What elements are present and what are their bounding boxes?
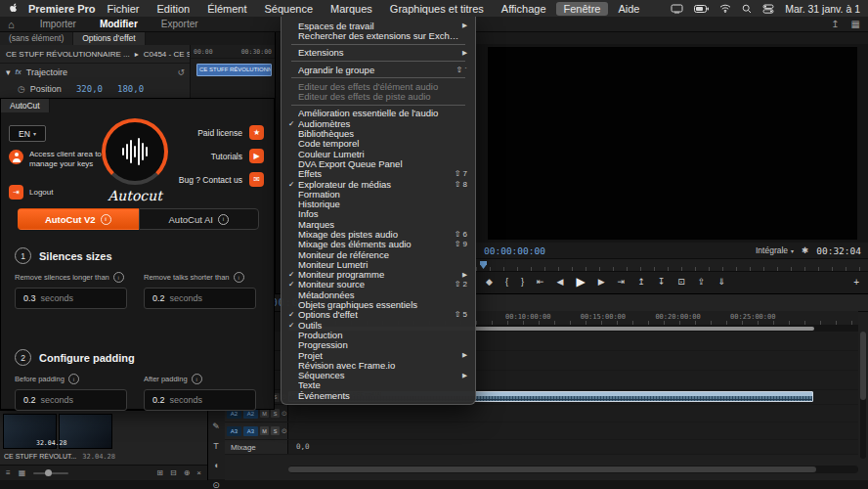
- timeline-hscrollbar[interactable]: [288, 466, 858, 473]
- overwrite-icon[interactable]: ⇓: [717, 277, 725, 287]
- menubar-menu-marques[interactable]: Marques: [323, 2, 380, 16]
- info-icon[interactable]: i: [101, 214, 111, 225]
- search-bin-icon[interactable]: ⊟: [170, 468, 177, 477]
- window-menu-item-historique[interactable]: Historique: [282, 199, 475, 208]
- window-menu-item-am-lioration-essentielle-de-l-audio[interactable]: Amélioration essentielle de l'audio: [282, 109, 475, 118]
- info-icon[interactable]: i: [234, 272, 244, 283]
- reset-effect-icon[interactable]: ↺: [177, 67, 185, 77]
- track-lane[interactable]: 0,0: [288, 440, 858, 454]
- apple-menu-icon[interactable]: [8, 1, 19, 16]
- monitor-current-timecode[interactable]: 00:00:00:00: [484, 245, 545, 256]
- window-menu-item-mixage-des-l-ments-audio[interactable]: Mixage des éléments audio⇧ 9: [282, 240, 475, 249]
- window-menu-item-moniteur-programme[interactable]: ✓Moniteur programme▶: [282, 270, 475, 280]
- mute-button[interactable]: M: [260, 426, 269, 435]
- info-icon[interactable]: i: [192, 374, 202, 384]
- info-icon[interactable]: i: [68, 374, 79, 384]
- window-menu-item-options-d-effet[interactable]: ✓Options d'effet⇧ 5: [282, 310, 475, 320]
- monitor-playhead[interactable]: [480, 261, 487, 269]
- menubar-menu-aide[interactable]: Aide: [610, 2, 647, 16]
- window-menu-item-couleur-lumetri[interactable]: Couleur Lumetri: [282, 149, 475, 158]
- window-menu-item-moniteur-source[interactable]: ✓Moniteur source⇧ 2: [282, 280, 475, 289]
- window-menu-item-v-nements[interactable]: Événements: [282, 390, 475, 400]
- screen-mirroring-icon[interactable]: [671, 4, 683, 14]
- tab-autocut[interactable]: AutoCut: [1, 99, 50, 112]
- button-editor-icon[interactable]: +: [853, 277, 859, 288]
- window-menu-item-agrandir-le-groupe[interactable]: Agrandir le groupe⇧ `: [282, 65, 475, 74]
- field-input[interactable]: 0.3seconds: [15, 288, 127, 309]
- field-input[interactable]: 0.2seconds: [15, 389, 127, 411]
- track-header[interactable]: A3A3MS⊙: [225, 422, 288, 439]
- project-clip-name[interactable]: CE STUFF RÉVOLUT...: [4, 453, 76, 461]
- home-icon[interactable]: ⌂: [8, 19, 15, 30]
- quick-export-icon[interactable]: ↥: [831, 19, 839, 29]
- add-marker-icon[interactable]: ◆: [486, 277, 493, 287]
- play-icon[interactable]: ▶: [576, 275, 585, 289]
- window-menu-item-outils[interactable]: ✓Outils: [282, 320, 475, 330]
- extract-icon[interactable]: ↧: [658, 277, 666, 287]
- window-menu-item-r-vision-avec-frame-io[interactable]: Révision avec Frame.io: [282, 360, 475, 370]
- workspace-layout-icon[interactable]: ▦: [851, 19, 860, 29]
- tab-no-clip[interactable]: (sans élément): [0, 31, 73, 45]
- window-menu-item-espaces-de-travail[interactable]: Espaces de travail▶: [282, 21, 475, 30]
- monitor-settings-icon[interactable]: ✱: [802, 245, 808, 255]
- menubar-menu-s-quence[interactable]: Séquence: [257, 2, 322, 16]
- window-menu-item-moniteur-de-r-f-rence[interactable]: Moniteur de référence: [282, 249, 475, 259]
- track-header[interactable]: Mixage: [225, 440, 288, 454]
- position-x-value[interactable]: 320,0: [76, 84, 103, 94]
- window-menu-item-projet[interactable]: Projet▶: [282, 350, 475, 360]
- new-bin-icon[interactable]: ⊞: [156, 468, 163, 477]
- hand-tool[interactable]: ◖: [213, 461, 218, 470]
- workspace-tab-modifier[interactable]: Modifier: [100, 19, 138, 29]
- mark-out-icon[interactable]: }: [521, 277, 524, 287]
- hscroll-handle[interactable]: [288, 467, 816, 472]
- window-menu-item-infos[interactable]: Infos: [282, 209, 475, 219]
- menubar-clock[interactable]: Mar. 31 janv. à 1: [785, 3, 860, 15]
- zoom-tool[interactable]: ⊙: [212, 480, 220, 489]
- spotlight-search-icon[interactable]: [742, 4, 752, 14]
- window-menu-item-explorateur-de-m-dias[interactable]: ✓Explorateur de médias⇧ 8: [282, 179, 475, 189]
- battery-icon[interactable]: [694, 5, 709, 13]
- info-icon[interactable]: i: [218, 214, 229, 225]
- window-menu-item-editeur-des-effets-de-piste-audio[interactable]: Editeur des effets de piste audio: [282, 91, 475, 101]
- go-to-in-icon[interactable]: ⇤: [537, 277, 544, 287]
- language-select[interactable]: EN ▾: [9, 125, 46, 142]
- field-input[interactable]: 0.2seconds: [144, 389, 256, 411]
- window-menu-item-texte[interactable]: Texte: [282, 380, 475, 390]
- field-input[interactable]: 0.2seconds: [144, 288, 256, 309]
- autocut-tab-autocut-ai[interactable]: AutoCut AIi: [139, 208, 260, 230]
- timeline-vscrollbar[interactable]: [860, 332, 866, 459]
- step-forward-icon[interactable]: ▶: [598, 277, 605, 287]
- menubar-menu-fen-tre[interactable]: Fenêtre: [556, 2, 609, 16]
- logout-link[interactable]: ⇥ Logout: [9, 185, 53, 200]
- delete-icon[interactable]: ×: [196, 468, 201, 477]
- type-tool[interactable]: T: [213, 441, 219, 451]
- source-patch-badge[interactable]: A3: [227, 426, 241, 436]
- step-back-icon[interactable]: ◀: [557, 277, 564, 287]
- window-menu-item-objets-graphiques-essentiels[interactable]: Objets graphiques essentiels: [282, 299, 475, 309]
- window-menu-item-formation[interactable]: Formation: [282, 189, 475, 199]
- menubar-menu-fichier[interactable]: Fichier: [99, 2, 147, 16]
- track-lane[interactable]: [288, 405, 858, 422]
- effect-group-row[interactable]: ▾ fx Trajectoire ↺: [0, 64, 191, 80]
- track-lane[interactable]: [288, 422, 858, 439]
- effect-group-label[interactable]: Trajectoire: [26, 67, 67, 77]
- insert-icon[interactable]: ⇪: [698, 277, 706, 287]
- pen-tool[interactable]: ✎: [212, 422, 220, 431]
- position-y-value[interactable]: 180,0: [117, 84, 144, 94]
- menubar-menu-graphiques-et-titres[interactable]: Graphiques et titres: [382, 2, 492, 16]
- vscroll-handle[interactable]: [860, 332, 866, 400]
- window-menu-item-effets[interactable]: Effets⇧ 7: [282, 169, 475, 179]
- export-frame-icon[interactable]: ⊡: [677, 277, 685, 287]
- go-to-out-icon[interactable]: ⇥: [618, 277, 626, 287]
- window-menu-item-editeur-des-effets-d-l-ment-audio[interactable]: Editeur des effets d'élément audio: [282, 81, 475, 91]
- wifi-icon[interactable]: [719, 4, 731, 13]
- info-icon[interactable]: i: [113, 272, 124, 283]
- control-center-icon[interactable]: [762, 4, 774, 14]
- window-menu-item-s-quences[interactable]: Séquences▶: [282, 371, 475, 380]
- solo-button[interactable]: S: [271, 426, 280, 435]
- autocut-tab-autocut-v2[interactable]: AutoCut V2i: [18, 208, 139, 230]
- mark-in-icon[interactable]: {: [505, 277, 508, 287]
- thumbnail-zoom-slider[interactable]: [33, 472, 68, 474]
- new-item-icon[interactable]: ⊕: [184, 468, 191, 477]
- mic-icon[interactable]: ⊙: [282, 410, 287, 418]
